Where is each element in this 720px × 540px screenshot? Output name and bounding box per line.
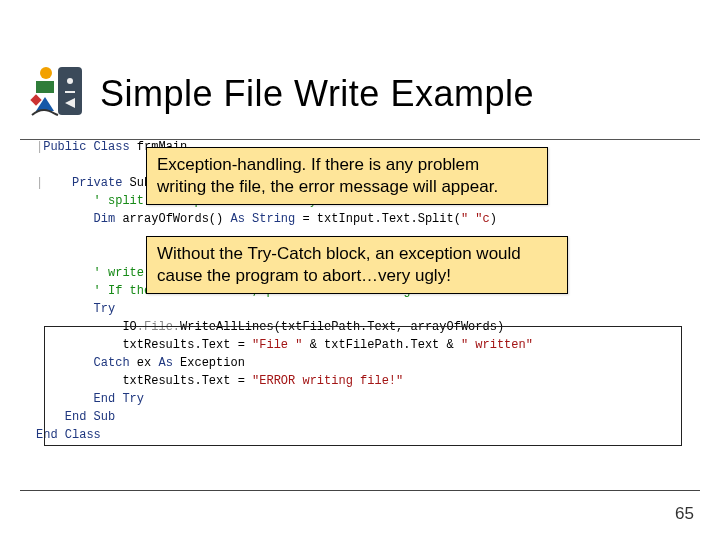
slide: Simple File Write Example |Public Class … xyxy=(0,0,720,540)
svg-rect-5 xyxy=(36,81,54,93)
divider-bottom xyxy=(20,490,700,491)
svg-point-1 xyxy=(67,78,73,84)
page-number: 65 xyxy=(675,504,694,524)
callout-line: cause the program to abort…very ugly! xyxy=(157,266,451,285)
svg-rect-7 xyxy=(30,94,41,105)
slide-title: Simple File Write Example xyxy=(100,73,534,115)
svg-rect-2 xyxy=(65,91,75,93)
svg-point-4 xyxy=(40,67,52,79)
callout-line: writing the file, the error message will… xyxy=(157,177,498,196)
callout-exception-handling: Exception-handling. If there is any prob… xyxy=(146,147,548,205)
callout-line: Exception-handling. If there is any prob… xyxy=(157,155,479,174)
callout-line: Without the Try-Catch block, an exceptio… xyxy=(157,244,521,263)
logo-icon xyxy=(28,61,86,121)
callout-try-catch: Without the Try-Catch block, an exceptio… xyxy=(146,236,568,294)
